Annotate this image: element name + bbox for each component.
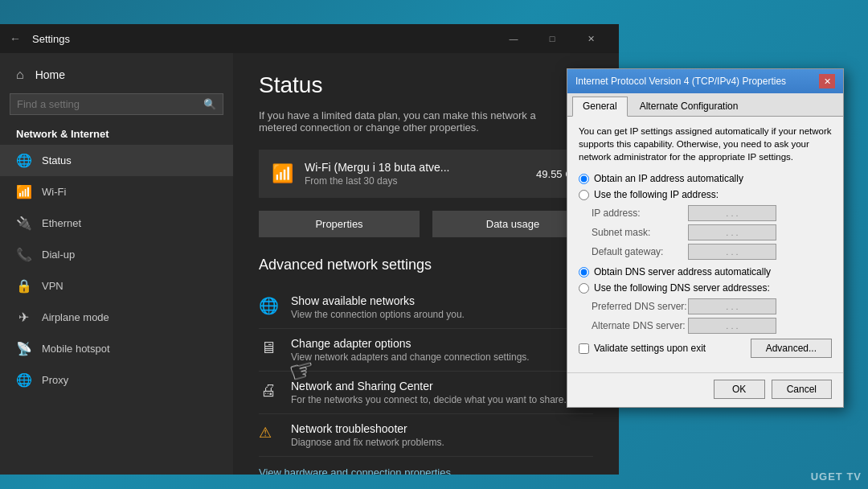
- maximize-button[interactable]: □: [534, 24, 571, 53]
- proxy-icon: 🌐: [16, 372, 31, 388]
- settings-titlebar: ← Settings — □ ✕: [0, 24, 619, 53]
- ip-address-row: IP address:: [592, 205, 832, 221]
- window-controls: — □ ✕: [495, 24, 609, 53]
- sidebar-item-wifi[interactable]: 📶 Wi-Fi: [0, 176, 233, 208]
- radio-manual-dns-row[interactable]: Use the following DNS server addresses:: [579, 282, 832, 294]
- back-button[interactable]: ←: [10, 32, 21, 45]
- dialog-description: You can get IP settings assigned automat…: [579, 125, 832, 163]
- dialog-tabs: General Alternate Configuration: [567, 93, 843, 117]
- vpn-icon: 🔒: [16, 278, 31, 294]
- home-label: Home: [35, 68, 65, 81]
- gateway-input[interactable]: [688, 244, 776, 260]
- radio-manual-ip-row[interactable]: Use the following IP address:: [579, 189, 832, 200]
- sidebar-item-label-dialup: Dial-up: [42, 249, 75, 261]
- change-adapter-text: Change adapter options View network adap…: [291, 337, 530, 363]
- cancel-button[interactable]: Cancel: [772, 380, 832, 399]
- subnet-label: Subnet mask:: [592, 227, 688, 238]
- sidebar-category: Network & Internet: [0, 125, 233, 145]
- wifi-sub: From the last 30 days: [305, 175, 536, 187]
- minimize-button[interactable]: —: [495, 24, 532, 53]
- sidebar-item-label-status: Status: [42, 154, 72, 166]
- sharing-center-option[interactable]: 🖨 Network and Sharing Center For the net…: [259, 372, 593, 414]
- settings-title: Settings: [32, 33, 70, 45]
- settings-body: ⌂ Home 🔍 Network & Internet 🌐 Status 📶 W…: [0, 53, 619, 475]
- sharing-icon: 🖨: [259, 381, 278, 400]
- ip-address-label: IP address:: [592, 208, 688, 219]
- radio-manual-ip[interactable]: [579, 190, 589, 200]
- action-buttons: Properties Data usage: [259, 211, 593, 237]
- radio-manual-ip-label: Use the following IP address:: [594, 189, 719, 200]
- sidebar-item-proxy[interactable]: 🌐 Proxy: [0, 364, 233, 396]
- dialog-title: Internet Protocol Version 4 (TCP/IPv4) P…: [575, 76, 819, 87]
- desktop: ← Settings — □ ✕ ⌂ Home 🔍 Network & Inte…: [0, 0, 868, 489]
- dialog-titlebar: Internet Protocol Version 4 (TCP/IPv4) P…: [567, 69, 843, 93]
- change-adapter-title: Change adapter options: [291, 337, 530, 350]
- properties-button[interactable]: Properties: [259, 211, 420, 237]
- wifi-name: Wi-Fi (Mergu i 18 buta atve...: [305, 161, 536, 174]
- radio-auto-ip[interactable]: [579, 174, 589, 184]
- dialog-footer: OK Cancel: [567, 372, 843, 407]
- sidebar-home[interactable]: ⌂ Home: [0, 60, 233, 88]
- advanced-button[interactable]: Advanced...: [751, 339, 832, 358]
- search-input[interactable]: [17, 98, 197, 110]
- wifi-signal-icon: 📶: [272, 163, 293, 184]
- radio-auto-dns[interactable]: [579, 267, 589, 277]
- validate-label: Validate settings upon exit: [594, 343, 706, 354]
- show-networks-title: Show available networks: [291, 294, 465, 307]
- radio-manual-dns[interactable]: [579, 283, 589, 294]
- preferred-dns-input[interactable]: [688, 298, 776, 314]
- troubleshooter-text: Network troubleshooter Diagnose and fix …: [291, 422, 444, 448]
- wifi-info: Wi-Fi (Mergu i 18 buta atve... From the …: [305, 161, 536, 187]
- sidebar-item-label-wifi: Wi-Fi: [42, 186, 66, 198]
- subnet-input[interactable]: [688, 224, 776, 240]
- radio-manual-dns-label: Use the following DNS server addresses:: [594, 282, 770, 294]
- sidebar-item-hotspot[interactable]: 📡 Mobile hotspot: [0, 333, 233, 364]
- ethernet-icon: 🔌: [16, 216, 31, 231]
- sharing-center-title: Network and Sharing Center: [291, 380, 567, 392]
- sharing-center-text: Network and Sharing Center For the netwo…: [291, 380, 567, 405]
- dialog-close-button[interactable]: ✕: [819, 74, 835, 88]
- show-networks-sub: View the connection options around you.: [291, 309, 465, 320]
- status-icon: 🌐: [16, 153, 31, 168]
- sidebar-item-label-vpn: VPN: [42, 280, 63, 292]
- sidebar-item-ethernet[interactable]: 🔌 Ethernet: [0, 208, 233, 239]
- advanced-section-title: Advanced network settings: [259, 257, 593, 273]
- troubleshooter-option[interactable]: ⚠ Network troubleshooter Diagnose and fi…: [259, 414, 593, 457]
- validate-checkbox-row[interactable]: Validate settings upon exit Advanced...: [579, 339, 832, 358]
- troubleshooter-title: Network troubleshooter: [291, 422, 444, 435]
- change-adapter-sub: View network adapters and change connect…: [291, 351, 530, 363]
- show-networks-text: Show available networks View the connect…: [291, 294, 465, 320]
- sidebar: ⌂ Home 🔍 Network & Internet 🌐 Status 📶 W…: [0, 53, 233, 475]
- radio-auto-ip-row[interactable]: Obtain an IP address automatically: [579, 173, 832, 184]
- show-networks-option[interactable]: 🌐 Show available networks View the conne…: [259, 286, 593, 329]
- close-button[interactable]: ✕: [572, 24, 609, 53]
- sharing-center-sub: For the networks you connect to, decide …: [291, 394, 567, 405]
- wifi-card: 📶 Wi-Fi (Mergu i 18 buta atve... From th…: [259, 150, 593, 198]
- sidebar-item-status[interactable]: 🌐 Status: [0, 145, 233, 176]
- adapter-icon: 🖥: [259, 339, 278, 357]
- subnet-row: Subnet mask:: [592, 224, 832, 240]
- alternate-dns-row: Alternate DNS server:: [592, 318, 832, 334]
- tab-alternate[interactable]: Alternate Configuration: [629, 97, 749, 116]
- globe-icon: 🌐: [259, 296, 278, 315]
- sidebar-item-label-proxy: Proxy: [42, 374, 68, 386]
- radio-auto-dns-row[interactable]: Obtain DNS server address automatically: [579, 266, 832, 277]
- dns-fields: Preferred DNS server: Alternate DNS serv…: [592, 298, 832, 334]
- alternate-dns-input[interactable]: [688, 318, 776, 334]
- sidebar-item-label-ethernet: Ethernet: [42, 217, 81, 229]
- change-adapter-option[interactable]: 🖥 Change adapter options View network ad…: [259, 329, 593, 372]
- tcpip-dialog: Internet Protocol Version 4 (TCP/IPv4) P…: [567, 68, 844, 408]
- ip-address-input[interactable]: [688, 205, 776, 221]
- sidebar-item-dialup[interactable]: 📞 Dial-up: [0, 239, 233, 270]
- gateway-label: Default gateway:: [592, 246, 688, 257]
- tab-general[interactable]: General: [572, 97, 628, 117]
- troubleshooter-sub: Diagnose and fix network problems.: [291, 437, 444, 448]
- sidebar-item-airplane[interactable]: ✈ Airplane mode: [0, 302, 233, 333]
- search-box: 🔍: [10, 93, 223, 115]
- validate-checkbox[interactable]: [579, 343, 589, 354]
- search-icon: 🔍: [203, 98, 216, 110]
- sidebar-item-vpn[interactable]: 🔒 VPN: [0, 270, 233, 302]
- view-hardware-link[interactable]: View hardware and connection properties: [259, 466, 593, 475]
- wifi-nav-icon: 📶: [16, 184, 31, 199]
- ok-button[interactable]: OK: [714, 380, 765, 399]
